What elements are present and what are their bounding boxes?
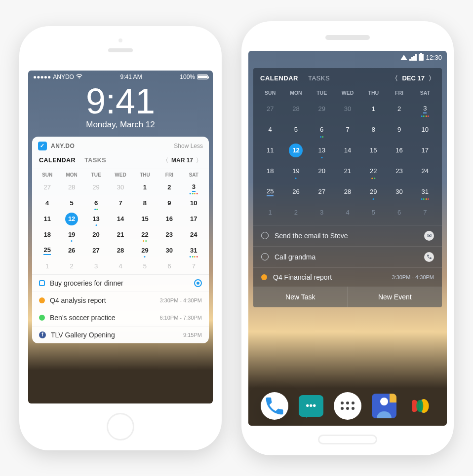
calendar-day[interactable]: 16: [386, 142, 412, 159]
calendar-day[interactable]: 24: [182, 227, 206, 242]
calendar-day[interactable]: 7: [335, 121, 360, 139]
list-item[interactable]: Q4 Financial report3:30PM - 4:30PM: [253, 267, 442, 287]
dock-apps-icon[interactable]: [334, 392, 361, 420]
calendar-day[interactable]: 30: [335, 100, 360, 118]
calendar-day[interactable]: 8: [133, 196, 157, 211]
calendar-day[interactable]: 4: [35, 196, 59, 211]
calendar-day[interactable]: 21: [108, 227, 132, 242]
calendar-day[interactable]: 12: [59, 212, 83, 226]
calendar-day[interactable]: 6: [84, 196, 108, 211]
calendar-day[interactable]: 12: [283, 142, 309, 159]
dock-contacts-icon[interactable]: [372, 394, 396, 418]
calendar-day[interactable]: 30: [386, 183, 412, 201]
calendar-day[interactable]: 19: [283, 162, 309, 180]
calendar-day[interactable]: 29: [84, 180, 108, 195]
calendar-day[interactable]: 30: [108, 180, 132, 195]
calendar-day[interactable]: 1: [35, 259, 59, 274]
calendar-day[interactable]: 1: [257, 204, 283, 221]
calendar-day[interactable]: 29: [133, 243, 157, 258]
calendar-day[interactable]: 15: [133, 212, 157, 226]
anydo-widget[interactable]: ✓ ANY.DO Show Less CALENDAR TASKS 〈 MAR …: [32, 137, 209, 343]
prev-month-button[interactable]: 〈: [392, 74, 398, 83]
task-row[interactable]: Q4 analysis report3:30PM - 4:30PM: [32, 292, 209, 309]
checkbox-icon[interactable]: [39, 280, 45, 286]
mail-icon[interactable]: ✉: [424, 231, 434, 241]
calendar-day[interactable]: 25: [35, 243, 59, 258]
calendar-day[interactable]: 29: [309, 100, 335, 118]
radio-icon[interactable]: [261, 232, 269, 239]
ios-calendar-grid[interactable]: 2728293012345678910111213141516171819202…: [32, 180, 209, 274]
calendar-day[interactable]: 13: [309, 142, 335, 159]
calendar-day[interactable]: 18: [257, 162, 283, 180]
calendar-day[interactable]: 3: [309, 204, 335, 221]
calendar-day[interactable]: 17: [412, 142, 438, 159]
calendar-day[interactable]: 22: [360, 162, 386, 180]
calendar-day[interactable]: 31: [412, 183, 438, 201]
calendar-day[interactable]: 22: [133, 227, 157, 242]
calendar-day[interactable]: 5: [133, 259, 157, 274]
list-item[interactable]: Send the email to Steve✉: [253, 225, 442, 246]
calendar-day[interactable]: 27: [257, 100, 283, 118]
task-row[interactable]: Ben's soccer practice6:10PM - 7:30PM: [32, 309, 209, 326]
radio-icon[interactable]: [261, 253, 269, 260]
calendar-day[interactable]: 3: [412, 100, 438, 118]
calendar-day[interactable]: 3: [182, 180, 206, 195]
calendar-day[interactable]: 24: [412, 162, 438, 180]
dock-wallet-icon[interactable]: [407, 392, 434, 420]
calendar-day[interactable]: 20: [84, 227, 108, 242]
calendar-day[interactable]: 2: [157, 180, 181, 195]
tab-tasks[interactable]: TASKS: [308, 74, 330, 82]
calendar-day[interactable]: 1: [360, 100, 386, 118]
calendar-day[interactable]: 7: [108, 196, 132, 211]
calendar-day[interactable]: 18: [35, 227, 59, 242]
calendar-day[interactable]: 1: [133, 180, 157, 195]
calendar-day[interactable]: 5: [360, 204, 386, 221]
calendar-day[interactable]: 23: [157, 227, 181, 242]
calendar-day[interactable]: 28: [108, 243, 132, 258]
next-month-button[interactable]: 〉: [429, 74, 435, 83]
calendar-day[interactable]: 27: [35, 180, 59, 195]
tab-calendar[interactable]: CALENDAR: [39, 157, 76, 164]
prev-month-button[interactable]: 〈: [162, 156, 168, 165]
calendar-day[interactable]: 4: [108, 259, 132, 274]
new-task-button[interactable]: New Task: [253, 287, 348, 307]
calendar-day[interactable]: 5: [283, 121, 309, 139]
calendar-day[interactable]: 2: [386, 100, 412, 118]
calendar-day[interactable]: 28: [283, 100, 309, 118]
task-row[interactable]: Buy groceries for dinner: [32, 275, 209, 292]
calendar-day[interactable]: 28: [59, 180, 83, 195]
dock-phone-icon[interactable]: [261, 392, 288, 420]
calendar-day[interactable]: 4: [257, 121, 283, 139]
calendar-day[interactable]: 27: [309, 183, 335, 201]
tab-tasks[interactable]: TASKS: [84, 157, 106, 164]
calendar-day[interactable]: 13: [84, 212, 108, 226]
calendar-day[interactable]: 28: [335, 183, 360, 201]
calendar-day[interactable]: 10: [412, 121, 438, 139]
calendar-day[interactable]: 6: [386, 204, 412, 221]
calendar-day[interactable]: 2: [59, 259, 83, 274]
calendar-day[interactable]: 7: [412, 204, 438, 221]
calendar-day[interactable]: 19: [59, 227, 83, 242]
calendar-day[interactable]: 6: [309, 121, 335, 139]
phone-icon[interactable]: [424, 252, 434, 262]
target-icon[interactable]: [194, 279, 202, 287]
calendar-day[interactable]: 11: [257, 142, 283, 159]
calendar-day[interactable]: 20: [309, 162, 335, 180]
task-row[interactable]: fTLV Gallery Opening9:15PM: [32, 326, 209, 343]
calendar-day[interactable]: 15: [360, 142, 386, 159]
calendar-day[interactable]: 6: [157, 259, 181, 274]
calendar-day[interactable]: 14: [108, 212, 132, 226]
calendar-day[interactable]: 14: [335, 142, 360, 159]
calendar-day[interactable]: 25: [257, 183, 283, 201]
calendar-day[interactable]: 10: [182, 196, 206, 211]
calendar-day[interactable]: 7: [182, 259, 206, 274]
new-event-button[interactable]: New Event: [348, 287, 442, 307]
calendar-day[interactable]: 26: [59, 243, 83, 258]
tab-calendar[interactable]: CALENDAR: [260, 74, 298, 82]
list-item[interactable]: Call grandma: [253, 246, 442, 267]
calendar-day[interactable]: 3: [84, 259, 108, 274]
calendar-day[interactable]: 23: [386, 162, 412, 180]
calendar-day[interactable]: 17: [182, 212, 206, 226]
anydo-widget-dark[interactable]: CALENDAR TASKS 〈 DEC 17 〉 SUNMONTUEWEDTH…: [253, 68, 442, 307]
calendar-day[interactable]: 9: [157, 196, 181, 211]
